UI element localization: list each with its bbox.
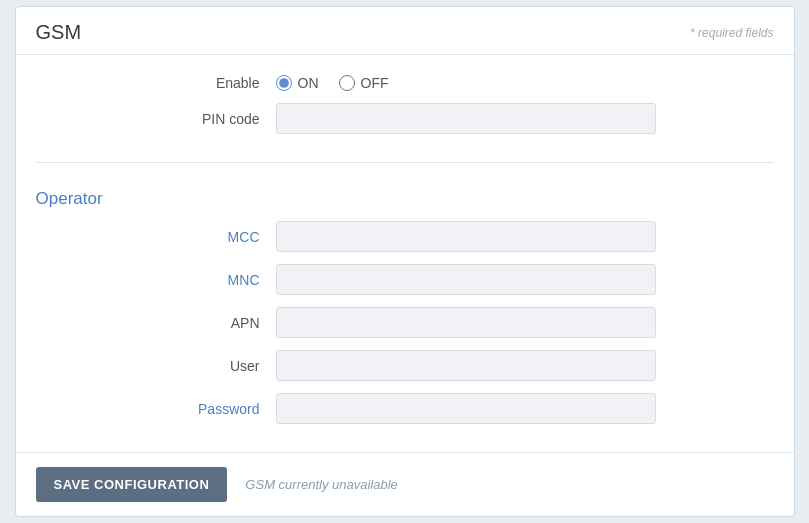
mnc-input[interactable] — [276, 264, 656, 295]
password-input[interactable] — [276, 393, 656, 424]
apn-label: APN — [36, 315, 276, 331]
user-row: User — [36, 350, 774, 381]
operator-section: Operator MCC MNC APN User Password — [36, 173, 774, 446]
radio-on-option[interactable]: ON — [276, 75, 319, 91]
pin-code-row: PIN code — [36, 103, 774, 134]
gsm-status-text: GSM currently unavailable — [245, 477, 397, 492]
pin-code-label: PIN code — [36, 111, 276, 127]
mcc-row: MCC — [36, 221, 774, 252]
enable-row: Enable ON OFF — [36, 75, 774, 91]
pin-code-input[interactable] — [276, 103, 656, 134]
gsm-card: GSM * required fields Enable ON OFF — [15, 6, 795, 517]
enable-radio-group: ON OFF — [276, 75, 389, 91]
card-header: GSM * required fields — [16, 7, 794, 55]
mcc-input[interactable] — [276, 221, 656, 252]
password-label: Password — [36, 401, 276, 417]
radio-off-input[interactable] — [339, 75, 355, 91]
required-note: * required fields — [690, 26, 773, 40]
save-configuration-button[interactable]: SAVE CONFIGURATION — [36, 467, 228, 502]
radio-on-input[interactable] — [276, 75, 292, 91]
mnc-row: MNC — [36, 264, 774, 295]
operator-title: Operator — [36, 183, 774, 209]
user-input[interactable] — [276, 350, 656, 381]
enable-label: Enable — [36, 75, 276, 91]
card-footer: SAVE CONFIGURATION GSM currently unavail… — [16, 452, 794, 516]
enable-section: Enable ON OFF PIN code — [36, 65, 774, 156]
radio-off-label: OFF — [361, 75, 389, 91]
user-label: User — [36, 358, 276, 374]
mnc-label: MNC — [36, 272, 276, 288]
radio-off-option[interactable]: OFF — [339, 75, 389, 91]
card-title: GSM — [36, 21, 82, 44]
card-body: Enable ON OFF PIN code Oper — [16, 55, 794, 446]
apn-input[interactable] — [276, 307, 656, 338]
password-row: Password — [36, 393, 774, 424]
apn-row: APN — [36, 307, 774, 338]
mcc-label: MCC — [36, 229, 276, 245]
radio-on-label: ON — [298, 75, 319, 91]
section-divider — [36, 162, 774, 163]
